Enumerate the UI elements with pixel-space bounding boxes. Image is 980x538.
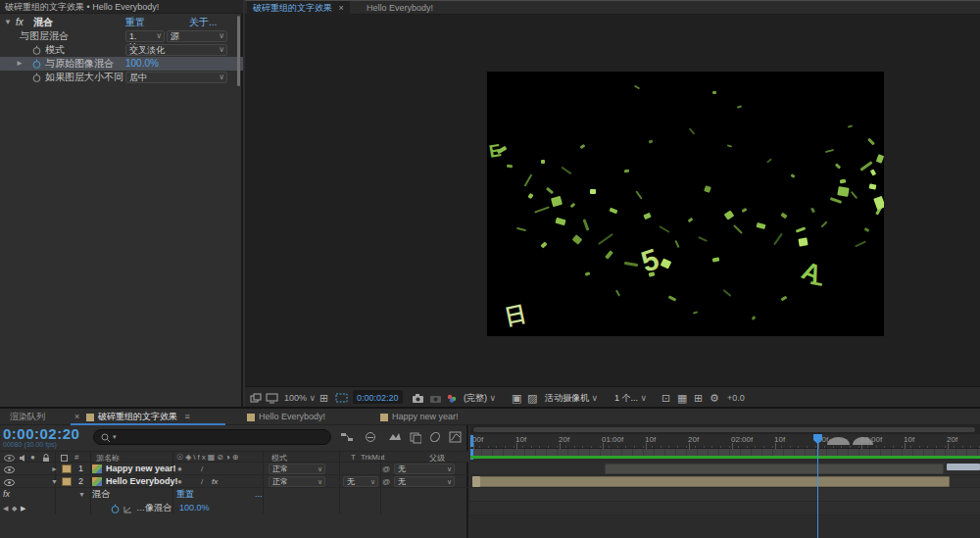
stopwatch-icon-active[interactable]	[111, 504, 120, 514]
render-queue-tab[interactable]: 渲染队列	[10, 409, 45, 425]
lock-icon[interactable]	[42, 454, 50, 463]
audio-icon[interactable]	[19, 454, 27, 463]
quality-icon[interactable]: ●	[177, 475, 182, 488]
effect-name[interactable]: 混合	[33, 16, 53, 29]
panel-menu-icon[interactable]: ≡	[185, 412, 190, 421]
quality-icon[interactable]: ●	[177, 463, 182, 475]
switches-header[interactable]: ☉◈\fx▦⊘◑⊕	[176, 453, 241, 462]
layer-number-header[interactable]: #	[74, 453, 78, 462]
parent-dropdown[interactable]: 无∨	[394, 464, 455, 474]
fast-previews-icon[interactable]: ▦	[677, 387, 687, 409]
graph-editor-icon[interactable]	[449, 431, 462, 445]
frame-blend-icon[interactable]	[388, 431, 402, 445]
comp-tab[interactable]: Hello Everybody!	[361, 1, 439, 15]
composition-viewer[interactable]: 5AE日	[487, 72, 884, 336]
track-row-1[interactable]	[470, 463, 980, 475]
stopwatch-icon-active[interactable]	[32, 59, 41, 69]
mini-flowchart-icon[interactable]	[340, 431, 354, 445]
track-row-2[interactable]	[470, 475, 980, 488]
time-navigator[interactable]	[470, 425, 980, 434]
exposure-reset-icon[interactable]: ⚙	[710, 387, 719, 409]
stopwatch-icon[interactable]	[32, 45, 41, 55]
layer-label-chip[interactable]	[62, 465, 72, 473]
reset-link[interactable]: 重置	[125, 16, 145, 29]
scrollbar[interactable]	[237, 16, 240, 86]
layer-duration-bar[interactable]	[472, 476, 950, 487]
close-icon[interactable]: ×	[339, 3, 344, 13]
target-region-icon[interactable]: ▣	[512, 387, 521, 409]
layer-name[interactable]: Hello Everybody!	[106, 475, 178, 488]
blend-source-dropdown[interactable]: 源∨	[167, 30, 227, 42]
toolbar-timecode[interactable]: 0:00:02:20	[353, 390, 403, 404]
layer-row-1[interactable]: ► 1 Happy new year! ● / 正常∨ @ 无∨	[0, 463, 468, 475]
expand-arrow-icon[interactable]: ►	[16, 57, 24, 71]
effect-property-row[interactable]: ◀ ◆ ▶ …像混合 100.0%	[0, 502, 468, 515]
playhead-line[interactable]	[817, 434, 818, 538]
layer-name[interactable]: Happy new year!	[106, 463, 176, 475]
parent-pickwhip-icon[interactable]: @	[382, 475, 390, 488]
mode-dropdown[interactable]: 正常∨	[269, 464, 325, 474]
fx-switch[interactable]: fx	[212, 475, 218, 488]
exposure-value[interactable]: +0.0	[727, 387, 745, 409]
collapse-arrow-icon[interactable]: ▼	[51, 475, 58, 488]
property-name[interactable]: …像混合	[136, 502, 172, 514]
quality-switch[interactable]: /	[201, 463, 203, 475]
collapse-arrow-icon[interactable]: ▼	[4, 16, 12, 29]
keyframe-diamond-icon[interactable]: ◆	[12, 502, 17, 514]
navigator-bar[interactable]	[473, 427, 975, 432]
effect-controls-tab[interactable]: 破碎重组的文字效果 • Hello Everybody!	[0, 0, 243, 14]
timeline-search-input[interactable]: ▾	[93, 429, 331, 445]
timeline-graph-icon[interactable]: ⊞	[694, 387, 703, 409]
effect-name[interactable]: 混合	[92, 488, 110, 501]
mode-dropdown[interactable]: 正常∨	[269, 476, 325, 487]
pixel-aspect-icon[interactable]: ⊡	[662, 387, 670, 409]
parent-pickwhip-icon[interactable]: @	[382, 463, 390, 475]
blend-original-row[interactable]: ► 与原始图像混合 100.0%	[0, 57, 243, 71]
about-link[interactable]: 关于...	[189, 16, 217, 29]
layer-label-chip[interactable]	[62, 477, 72, 486]
reset-link[interactable]: 重置	[176, 488, 194, 501]
layer-duration-bar[interactable]	[605, 464, 944, 474]
param-value[interactable]: 100.0%	[125, 57, 159, 71]
navigator-left-handle[interactable]	[470, 435, 473, 447]
eye-icon[interactable]	[4, 479, 15, 486]
quality-switch[interactable]: /	[201, 475, 203, 488]
time-ruler[interactable]: 00f10f20f01:00f10f20f02:00f10f20f03:00f1…	[470, 434, 980, 449]
layer-out-handle[interactable]	[947, 464, 980, 470]
work-area-bar[interactable]	[470, 449, 980, 456]
timeline-tab[interactable]: Hello Everybody!	[247, 409, 325, 425]
label-icon[interactable]	[60, 454, 69, 463]
current-timecode[interactable]: 0:00:02:20	[3, 425, 79, 442]
eye-icon[interactable]	[4, 466, 15, 473]
collapse-arrow-icon[interactable]: ▼	[78, 488, 85, 501]
camera-view-dropdown[interactable]: 活动摄像机 ∨	[545, 387, 598, 409]
graph-toggle-icon[interactable]	[123, 506, 132, 514]
transparency-grid-icon[interactable]: ▨	[527, 387, 537, 409]
more-options[interactable]: ...	[255, 488, 263, 501]
t-header[interactable]: T	[351, 453, 356, 462]
effect-group-row[interactable]: fx ▼ 混合 重置 ...	[0, 488, 468, 502]
timeline-tab[interactable]: Happy new year!	[380, 409, 459, 425]
keyframe-prev-icon[interactable]: ◀	[3, 502, 8, 514]
size-differ-dropdown[interactable]: 居中∨	[125, 72, 227, 83]
shy-icon[interactable]	[365, 431, 377, 445]
comp-tab-active[interactable]: 破碎重组的文字效果 ×	[247, 1, 350, 15]
view-layout-dropdown[interactable]: 1 个... ∨	[614, 387, 647, 409]
expand-arrow-icon[interactable]: ►	[51, 463, 58, 475]
parent-dropdown[interactable]: 无∨	[394, 476, 455, 487]
fx-badge-icon[interactable]: fx	[16, 16, 24, 29]
layer-in-handle[interactable]	[472, 476, 480, 487]
layer-row-2[interactable]: ▼ 2 Hello Everybody! ● / fx 正常∨ 无∨ @ 无∨	[0, 475, 468, 488]
eye-icon[interactable]	[4, 455, 15, 462]
property-value[interactable]: 100.0%	[179, 502, 210, 514]
brainstorm-icon[interactable]	[429, 431, 441, 445]
mode-dropdown[interactable]: 交叉淡化∨	[125, 44, 227, 56]
blend-layer-dropdown[interactable]: 1. Happy∨	[125, 30, 165, 42]
resolution-dropdown[interactable]: (完整) ∨	[464, 387, 496, 409]
keyframe-next-icon[interactable]: ▶	[21, 502, 25, 514]
zoom-level-dropdown[interactable]: 100% ∨	[284, 387, 316, 409]
trkmat-dropdown[interactable]: 无∨	[343, 476, 378, 487]
grid-options-icon[interactable]: ⊞	[319, 387, 328, 409]
solo-icon[interactable]: ●	[30, 453, 35, 462]
motion-blur-icon[interactable]	[409, 431, 421, 445]
